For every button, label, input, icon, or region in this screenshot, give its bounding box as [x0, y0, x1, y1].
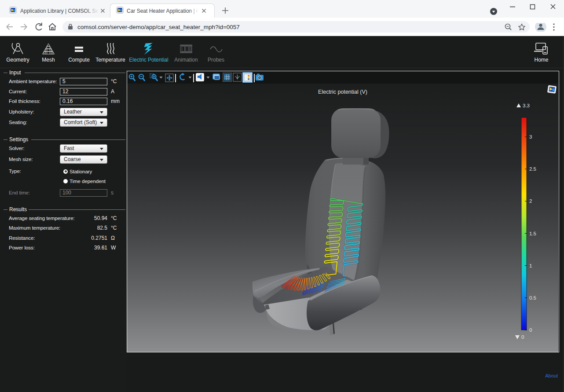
svg-text:0: 0 — [529, 327, 532, 333]
svg-text:0: 0 — [521, 334, 524, 340]
svg-text:0.5: 0.5 — [529, 295, 536, 300]
svg-text:1.5: 1.5 — [529, 231, 536, 236]
svg-text:3.3: 3.3 — [523, 103, 530, 108]
svg-text:2: 2 — [529, 198, 532, 204]
svg-text:3: 3 — [529, 134, 532, 139]
svg-text:Electric potential (V): Electric potential (V) — [318, 89, 367, 95]
svg-text:2.5: 2.5 — [529, 166, 536, 172]
svg-text:1: 1 — [529, 263, 532, 268]
